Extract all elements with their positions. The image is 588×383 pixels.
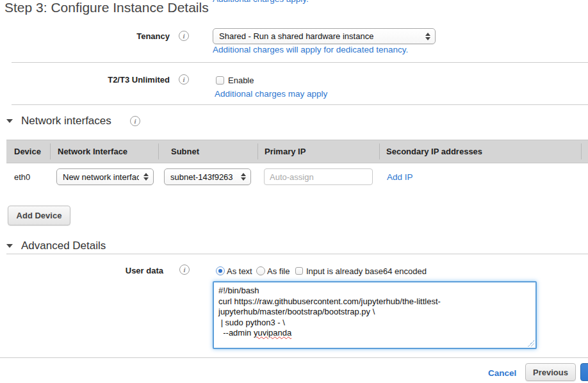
t2t3-info-icon[interactable]: i <box>179 74 189 85</box>
script-line: jupyterhub/master/bootstrap/bootstrap.py… <box>218 307 375 316</box>
tenancy-select-value: Shared - Run a shared hardware instance <box>219 31 373 41</box>
as-text-radio[interactable] <box>216 266 225 275</box>
select-stepper-icon <box>425 33 430 40</box>
add-device-button[interactable]: Add Device <box>8 206 70 225</box>
select-stepper-icon <box>241 173 246 181</box>
col-subnet: Subnet <box>171 147 199 156</box>
tenancy-info-icon[interactable]: i <box>179 31 189 41</box>
base64-checkbox-label: Input is already base64 encoded <box>306 266 427 276</box>
as-text-label: As text <box>227 266 252 276</box>
page-title: Step 3: Configure Instance Details <box>4 0 209 15</box>
t2t3-unlimited-label: T2/T3 Unlimited <box>0 75 170 85</box>
divider <box>12 104 588 105</box>
divider <box>12 62 588 63</box>
script-line: curl https://raw.githubusercontent.com/j… <box>218 297 441 306</box>
subnet-select-value: subnet-143f9263 <box>170 172 233 182</box>
col-primary-ip: Primary IP <box>265 147 306 156</box>
column-divider <box>581 143 582 159</box>
tenancy-label: Tenancy <box>0 31 170 41</box>
script-line: --admin <box>218 328 254 338</box>
as-file-label: As file <box>267 266 290 276</box>
advanced-details-title: Advanced Details <box>21 240 106 252</box>
t2t3-charges-link[interactable]: Additional charges may apply <box>215 89 327 99</box>
network-interface-select[interactable]: New network interface <box>56 168 154 185</box>
base64-checkbox[interactable] <box>295 267 303 275</box>
col-network-interface: Network Interface <box>58 147 127 156</box>
network-interfaces-collapse-icon[interactable] <box>6 119 13 123</box>
network-interface-select-value: New network interface <box>63 172 139 182</box>
tenancy-charges-link[interactable]: Additional charges will apply for dedica… <box>213 45 408 54</box>
column-divider <box>379 143 380 159</box>
user-data-info-icon[interactable]: i <box>179 265 190 275</box>
t2t3-enable-label: Enable <box>228 76 254 85</box>
script-line: | sudo python3 - \ <box>218 318 285 327</box>
col-device: Device <box>14 147 41 156</box>
add-ip-link[interactable]: Add IP <box>387 172 413 182</box>
as-file-radio[interactable] <box>256 266 265 275</box>
column-divider <box>257 143 258 159</box>
column-divider <box>50 143 51 159</box>
subnet-select[interactable]: subnet-143f9263 <box>164 168 251 185</box>
col-secondary-ip: Secondary IP addresses <box>386 147 482 156</box>
user-data-textarea[interactable]: #!/bin/bashcurl https://raw.githubuserco… <box>213 281 537 349</box>
configure-instance-page: Step 3: Configure Instance Details Addit… <box>0 0 588 383</box>
select-stepper-icon <box>143 173 149 181</box>
divider <box>6 254 588 254</box>
resize-grip[interactable] <box>528 340 534 346</box>
primary-ip-input[interactable] <box>264 168 373 185</box>
device-cell: eth0 <box>14 172 30 182</box>
t2t3-enable-checkbox[interactable] <box>216 76 224 85</box>
additional-charges-apply-link[interactable]: Additional charges apply. <box>213 0 309 4</box>
network-interfaces-title: Network interfaces <box>21 115 111 127</box>
divider <box>0 357 588 358</box>
column-divider <box>158 143 159 159</box>
advanced-details-collapse-icon[interactable] <box>6 244 13 248</box>
user-data-label: User data <box>0 266 163 275</box>
network-interfaces-info-icon[interactable]: i <box>130 116 140 126</box>
network-interfaces-table-header: Device Network Interface Subnet Primary … <box>6 140 588 163</box>
next-button[interactable] <box>580 363 588 381</box>
previous-button[interactable]: Previous <box>525 363 576 381</box>
misspelled-word: yuvipanda <box>254 328 291 338</box>
script-line: #!/bin/bash <box>218 286 259 295</box>
tenancy-select[interactable]: Shared - Run a shared hardware instance <box>213 28 436 44</box>
cancel-link[interactable]: Cancel <box>488 368 516 378</box>
